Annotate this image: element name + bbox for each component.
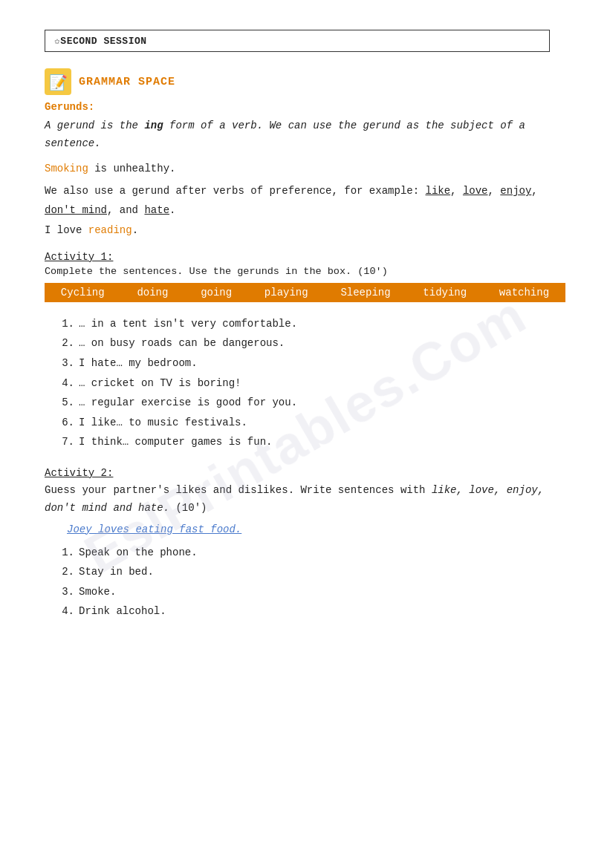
activity2-item-3: 3.Smoke. (59, 582, 565, 602)
gerund-watching: watching (499, 287, 549, 298)
dontmind-word: don't mind (45, 204, 107, 216)
gerund-going: going (201, 287, 232, 298)
session-box: ✩SECOND SESSION (45, 30, 550, 52)
sentence-2: 2.… on busy roads can be dangerous. (59, 333, 565, 353)
gerund-playing: playing (265, 287, 308, 298)
like-word: like (425, 185, 450, 197)
session-title: ✩SECOND SESSION (54, 36, 147, 47)
hate-word: hate (144, 204, 169, 216)
sentence-4: 4.… cricket on TV is boring! (59, 373, 565, 394)
activity2-example: Joey loves eating fast food. (67, 523, 565, 535)
gerund-cycling: Cycling (61, 287, 105, 298)
activity2-title: Activity 2: (45, 467, 565, 479)
enjoy-word: enjoy (500, 185, 531, 197)
activity1-sentences: 1.… in a tent isn't very comfortable. 2.… (45, 314, 565, 452)
sentence-1: 1.… in a tent isn't very comfortable. (59, 314, 565, 334)
gerund-doing: doing (137, 287, 168, 298)
love-word: love (463, 185, 488, 197)
ing-bold: ing (144, 120, 163, 131)
gerund-tidying: tidying (423, 287, 467, 298)
activity2-item-1: 1.Speak on the phone. (59, 543, 565, 563)
gerund-words-box: Cycling doing going playing Sleeping tid… (45, 283, 565, 302)
sentence-7: 7.I think… computer games is fun. (59, 432, 565, 452)
sentence-5: 5.… regular exercise is good for you. (59, 393, 565, 413)
activity2-section: Activity 2: Guess your partner's likes a… (45, 467, 565, 621)
love-reading-line: I love reading. (45, 224, 565, 236)
smoking-word: Smoking (45, 163, 88, 174)
grammar-header: 📝 GRAMMAR SPACE (45, 68, 565, 95)
gerund-sleeping: Sleeping (340, 287, 390, 298)
example-smoking: Smoking is unhealthy. (45, 160, 565, 178)
activity2-item-4: 4.Drink alcohol. (59, 601, 565, 621)
grammar-section-title: GRAMMAR SPACE (79, 76, 175, 88)
intro-paragraph: A gerund is the ing form of a verb. We c… (45, 117, 565, 153)
activity2-items: 1.Speak on the phone. 2.Stay in bed. 3.S… (45, 543, 565, 621)
gerunds-title: Gerunds: (45, 101, 565, 113)
preference-line: We also use a gerund after verbs of pref… (45, 182, 565, 219)
grammar-icon: 📝 (45, 68, 71, 95)
sentence-6: 6.I like… to music festivals. (59, 413, 565, 433)
sentence-3: 3.I hate… my bedroom. (59, 353, 565, 373)
reading-word: reading (88, 224, 132, 236)
activity1-title: Activity 1: (45, 251, 565, 263)
activity2-item-2: 2.Stay in bed. (59, 562, 565, 582)
activity1-section: Activity 1: Complete the sentences. Use … (45, 251, 565, 452)
svg-text:📝: 📝 (49, 74, 68, 92)
activity2-instruction: Guess your partner's likes and dislikes.… (45, 482, 565, 518)
activity1-instruction: Complete the sentences. Use the gerunds … (45, 266, 565, 277)
